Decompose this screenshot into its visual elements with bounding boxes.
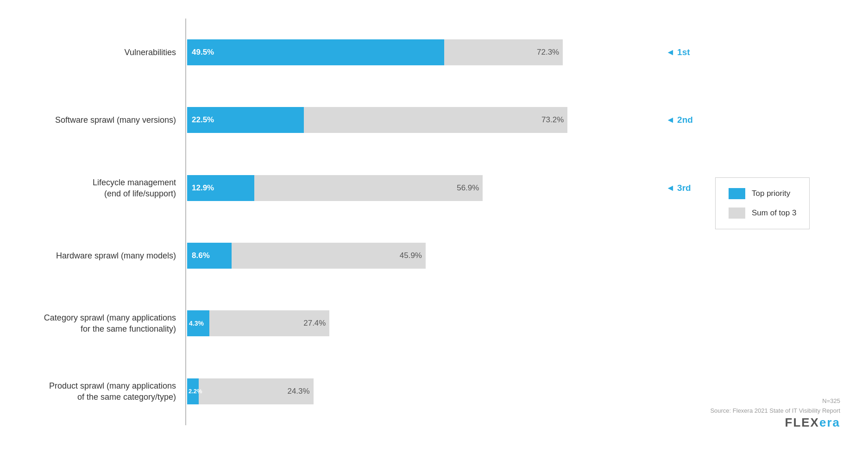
- rank-1: ◄ 2nd: [660, 115, 701, 125]
- bar-blue-2: 12.9%: [187, 175, 254, 201]
- rank-0: ◄ 1st: [660, 47, 701, 57]
- bar-gray-label-5: 24.3%: [287, 387, 309, 396]
- bar-blue-label-1: 22.5%: [187, 115, 214, 125]
- source-note: N=325 Source: Flexera 2021 State of IT V…: [710, 396, 840, 416]
- rank-2: ◄ 3rd: [660, 183, 701, 193]
- bar-row-5: 24.3% 2.2%: [187, 378, 701, 404]
- bar-row-4: 27.4% 4.3%: [187, 310, 701, 336]
- chart-container: Vulnerabilities Software sprawl (many ve…: [0, 0, 868, 453]
- bar-gray-label-0: 72.3%: [537, 48, 559, 57]
- bar-blue-label-5: 2.2%: [187, 388, 202, 395]
- axis-line: [185, 19, 186, 425]
- legend-item-gray: Sum of top 3: [729, 208, 796, 219]
- bar-blue-1: 22.5%: [187, 107, 304, 133]
- legend-label-blue: Top priority: [752, 189, 790, 198]
- bar-blue-label-0: 49.5%: [187, 48, 214, 57]
- bar-blue-label-3: 8.6%: [187, 251, 210, 260]
- bar-gray-label-2: 56.9%: [457, 183, 479, 193]
- bar-gray-label-1: 73.2%: [541, 115, 564, 125]
- bar-label-4: Category sprawl (many applicationsfor th…: [28, 310, 176, 336]
- bar-blue-4: 4.3%: [187, 310, 209, 336]
- bar-gray-5: 24.3%: [187, 378, 314, 404]
- bar-label-0: Vulnerabilities: [28, 39, 176, 65]
- bar-row-1: 73.2% 22.5% ◄ 2nd: [187, 107, 701, 133]
- bar-label-2: Lifecycle management(end of life/support…: [28, 175, 176, 201]
- bar-blue-label-4: 4.3%: [187, 320, 204, 327]
- legend-item-blue: Top priority: [729, 188, 796, 199]
- bar-gray-label-3: 45.9%: [400, 251, 422, 260]
- bar-blue-label-2: 12.9%: [187, 183, 214, 193]
- bar-label-1: Software sprawl (many versions): [28, 107, 176, 133]
- bar-row-2: 56.9% 12.9% ◄ 3rd: [187, 175, 701, 201]
- bar-blue-0: 49.5%: [187, 39, 444, 65]
- chart-area: Vulnerabilities Software sprawl (many ve…: [28, 19, 840, 425]
- legend-label-gray: Sum of top 3: [752, 208, 796, 218]
- flexera-logo: FLEXera: [785, 415, 841, 430]
- bar-row-0: 72.3% 49.5% ◄ 1st: [187, 39, 701, 65]
- bar-blue-5: 2.2%: [187, 378, 199, 404]
- bar-label-5: Product sprawl (many applicationsof the …: [28, 378, 176, 404]
- bar-gray-label-4: 27.4%: [303, 319, 326, 328]
- legend-box: Top priority Sum of top 3: [715, 177, 810, 229]
- legend-swatch-blue: [729, 188, 745, 199]
- bar-row-3: 45.9% 8.6%: [187, 243, 701, 269]
- bar-label-3: Hardware sprawl (many models): [28, 243, 176, 269]
- bar-blue-3: 8.6%: [187, 243, 232, 269]
- legend-swatch-gray: [729, 208, 745, 219]
